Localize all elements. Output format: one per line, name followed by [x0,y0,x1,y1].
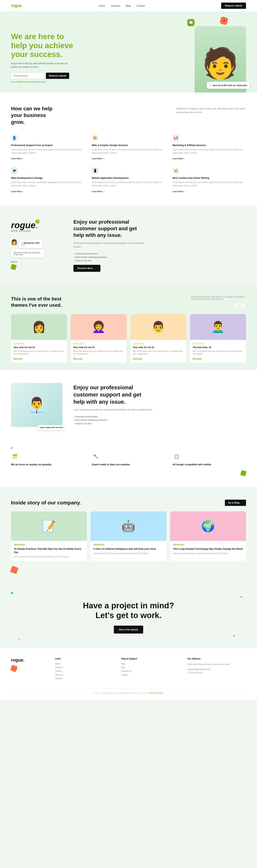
service-title-2: Marketing & Affiliate Services [173,144,246,147]
footer-link-services[interactable]: Services [55,666,114,669]
nav-services[interactable]: Services [111,4,120,7]
footer-support-col: Help & Support Blog FAQ Contact Us Suppo… [121,657,180,681]
footer-support-support[interactable]: Support [121,674,180,676]
testimonials-title: This is one of the best themes I've ever… [11,296,63,308]
services-title: How can we help your business grow. [11,105,57,125]
support-desc: Some hardworking people are working day … [73,241,147,249]
footer-address-title: Our Address [187,657,246,660]
feature-card-2: 📋 All design compatible with mobile. [173,453,246,467]
card-desc-2: Wen 9,000 agents near your neighborhood.… [133,350,184,355]
footer-bottom: © 2021 - Rogue Web Solution. All Rights … [11,688,246,694]
nav-home[interactable]: Home [99,4,105,7]
blog-section: Inside story of our company. Go to Blog … [0,487,257,586]
nav-blog[interactable]: Blog [126,4,131,7]
service-link-4[interactable]: Learn More [92,190,105,192]
site-logo: rogue. [11,3,22,8]
card-link-0[interactable]: Worm Info [13,358,23,360]
feature-card-1: 🔧 Expert ready to Help you anytime. [92,453,165,467]
ceo-name: — Rashed Ka, CEO [21,242,40,244]
footer-orange-square [10,665,17,672]
service-link-5[interactable]: Learn More [173,190,186,192]
footer-support-faq[interactable]: FAQ [121,666,180,669]
feature-icon-2: 📋 [173,453,181,461]
card-rating-1: ★★★★★ [73,342,124,345]
service-icon-4: 📱 [92,167,99,174]
card-image-3: 👨‍🦱 [190,314,246,340]
testimonials-desc: People worldwide love how easy it is to … [191,296,246,300]
card-link-3[interactable]: Worm Info [192,358,201,360]
card-rating-0: ★★★★★ [13,342,65,345]
cta-dot-yellow [19,638,20,640]
service-card-0: 👤 Professional Support from an Expert Lo… [11,134,84,160]
prev-arrow[interactable]: ‹ [233,303,238,309]
blog-card-desc-2: Lorem ipsum dolor sit amet, consectetur … [173,552,243,555]
cta-button[interactable]: Get a Free Quote [114,626,143,633]
footer: rogue. Links Home Services Pricing About… [0,648,257,700]
blog-card-title-0: 10 Simple Practices That Will Help You G… [14,547,84,554]
services-section: How can we help your business grow. Vest… [0,93,257,206]
service-desc-3: Lorem ipsum dolor sit amet, consectetur … [11,181,84,187]
footer-link-about[interactable]: About us [55,674,114,676]
service-icon-5: ✍️ [173,167,179,174]
testimonial-card-1: 👩‍🦱 ★★★★★ Very sold, 8.3 out 10 Wen 9,00… [71,314,127,363]
footer-support-contact[interactable]: Contact Us [121,670,180,672]
footer-logo: rogue. [11,657,48,662]
ceo-title: CEO [21,244,40,246]
hero-title: We are here to help you achieve your suc… [11,32,73,59]
go-blog-button[interactable]: Go to Blog → [225,500,246,506]
services-desc: Vestibulum ut aliquet ut dolor magna yea… [176,105,246,114]
clients-count: 140,000 clients [16,81,30,83]
footer-support-blog[interactable]: Blog [121,662,180,665]
service-title-4: Mobile Application Development [92,177,165,179]
email-input[interactable] [11,73,44,79]
nav-links: Home Services Blog Contact [99,4,145,7]
support-content: Enjoy our professional customer support … [73,219,147,272]
support-logo-area: rogue. WEB DESIGN 99 👩 — Rashed Ka, CEO … [11,221,59,270]
hero-badge: ✓ Save up to 50% with our Yearly plan [207,82,250,89]
hero-cta-button[interactable]: Request a Quote [46,73,69,79]
feature-title-1: Expert ready to Help you anytime. [92,463,165,466]
footer-link-home[interactable]: Home [55,662,114,665]
cta-dot-bottom [233,635,235,637]
service-link-0[interactable]: Learn More [11,157,25,160]
next-arrow[interactable]: › [240,303,246,309]
nav-contact[interactable]: Contact [137,4,145,7]
footer-address: 1785 cache Terrace, Equal Licenses in on… [187,662,246,666]
service-card-4: 📱 Mobile Application Development Lorem i… [92,167,165,193]
discover-btn[interactable]: Discover More → [73,265,101,272]
feature-title-2: All design compatible with mobile. [173,463,246,466]
deco-green-square-2 [240,470,247,476]
support-title: Enjoy our professional customer support … [73,219,147,239]
service-icon-2: 📢 [173,134,179,141]
hero-badge-title: Save up to 50% with our Yearly plan [213,84,247,87]
service-link-3[interactable]: Learn More [11,190,25,192]
deco-dot-orange [11,261,12,262]
service-link-2[interactable]: Learn More [173,157,186,160]
service-icon-0: 👤 [11,134,17,141]
card-link-1[interactable]: Worm Info [73,358,82,360]
support2-section: 👨‍💼 Expert talign with lucerties Enjoy o… [0,370,257,440]
card-rating-2: ★★★★★ [133,342,184,345]
testimonial-card-2: 👨 ★★★★★ Very sold, 8.3 out 10 Wen 9,000 … [130,314,186,363]
footer-phone: +1 707 593-4479 [187,671,246,675]
hero-clients: Over 140,000 clients all love this work. [11,81,73,83]
service-link-1[interactable]: Learn More [92,157,105,160]
footer-link-pricing[interactable]: Pricing [55,670,114,672]
footer-links-title: Links [55,657,114,660]
service-icon-1: 🎨 [92,134,99,141]
blog-card-desc-1: Lorem ipsum dolor sit amet, consectetur … [94,552,163,555]
services-grid: 👤 Professional Support from an Expert Lo… [11,134,246,193]
footer-theme-name[interactable]: ROGUE DESIGN [149,692,163,694]
support-logo: rogue. WEB DESIGN [11,221,38,232]
service-card-5: ✍️ Best Content and Article Writing Lore… [173,167,246,193]
card-link-2[interactable]: Worm Info [133,358,142,360]
footer-link-careers[interactable]: Careers [55,677,114,680]
cta-section: Have a project in mind? Let's get to wor… [0,586,257,648]
footer-address-col: Our Address 1785 cache Terrace, Equal Li… [187,657,246,681]
testimonial-card-3: 👨‍🦱 ★★★★★ The best tools, 10 Wen 9,000 a… [190,314,246,363]
footer-brand: rogue. [11,657,48,681]
support2-desc: Some hardworking people are working day … [73,408,154,411]
blog-cards: 📝 MARKETING 10 Simple Practices That Wil… [11,512,246,561]
nav-cta-button[interactable]: Request a Quote [221,3,246,9]
testimonials-nav: ‹ › [233,303,246,309]
